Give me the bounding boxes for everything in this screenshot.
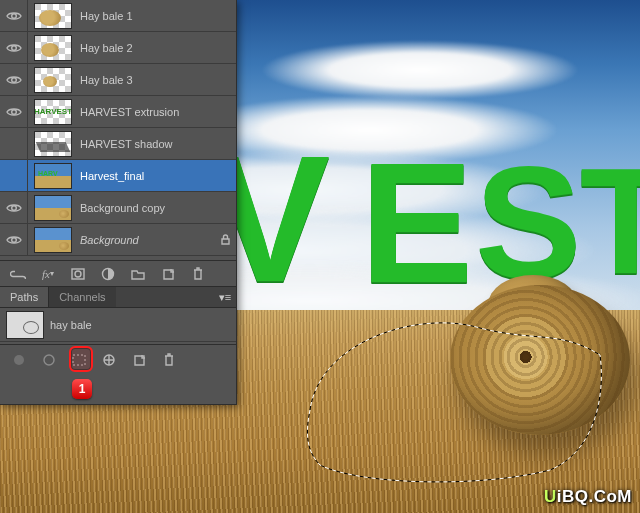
layer-thumbnail[interactable] [34,131,72,157]
callout-highlight [69,346,93,372]
add-mask-button[interactable] [70,266,86,282]
svg-point-7 [75,271,81,277]
new-group-button[interactable] [130,266,146,282]
visibility-toggle[interactable] [0,160,28,191]
cloud [260,40,580,100]
svg-point-10 [44,355,54,365]
layer-thumbnail[interactable] [34,35,72,61]
tab-channels[interactable]: Channels [49,287,115,307]
layer-thumbnail[interactable] [34,67,72,93]
eye-icon [6,234,22,246]
layer-row-harvest-shadow[interactable]: HARVEST shadow [0,128,236,160]
tab-paths[interactable]: Paths [0,287,49,307]
layer-thumbnail[interactable] [34,3,72,29]
panels: Hay bale 1 Hay bale 2 [0,0,237,405]
fx-button[interactable]: fx▾ [40,266,56,282]
letter-t: T [580,135,640,308]
layer-thumbnail[interactable] [34,195,72,221]
layer-name[interactable]: Hay bale 1 [76,10,236,22]
layer-row-hay-bale-3[interactable]: Hay bale 3 [0,64,236,96]
paths-panel[interactable]: hay bale [0,308,236,344]
layer-row-hay-bale-2[interactable]: Hay bale 2 [0,32,236,64]
eye-icon [6,74,22,86]
path-name[interactable]: hay bale [50,319,92,331]
layer-name[interactable]: HARVEST shadow [76,138,236,150]
visibility-toggle[interactable] [0,0,28,31]
eye-icon [6,42,22,54]
layer-row-harvest-final[interactable]: HARV Harvest_final [0,160,236,192]
layer-name[interactable]: Background [76,234,220,246]
layer-thumbnail[interactable] [34,227,72,253]
layer-name[interactable]: Hay bale 3 [76,74,236,86]
visibility-toggle[interactable] [0,32,28,63]
paths-footer: 1 [0,344,236,374]
layers-footer: fx▾ [0,260,236,286]
eye-icon [6,10,22,22]
svg-point-3 [11,109,16,114]
svg-point-2 [11,77,16,82]
panel-menu-button[interactable]: ▾≡ [214,291,236,304]
eye-icon [6,202,22,214]
layer-row-background-copy[interactable]: Background copy [0,192,236,224]
layer-name[interactable]: Harvest_final [76,170,236,182]
svg-point-0 [11,13,16,18]
new-path-button[interactable] [130,351,148,369]
layer-row-background[interactable]: Background [0,224,236,256]
layer-name[interactable]: Background copy [76,202,236,214]
link-layers-button[interactable] [10,266,26,282]
svg-point-9 [14,355,24,365]
watermark: UiBQ.CoM [544,487,632,507]
eye-icon [6,106,22,118]
path-row-hay-bale[interactable]: hay bale [0,308,236,342]
layer-thumbnail[interactable]: HARVEST [34,99,72,125]
layers-panel[interactable]: Hay bale 1 Hay bale 2 [0,0,236,260]
layer-thumbnail[interactable]: HARV [34,163,72,189]
layer-name[interactable]: Hay bale 2 [76,42,236,54]
hay-bale-front [450,285,630,435]
layer-row-harvest-extrusion[interactable]: HARVEST HARVEST extrusion [0,96,236,128]
layer-row-hay-bale-1[interactable]: Hay bale 1 [0,0,236,32]
path-thumbnail[interactable] [6,311,44,339]
lock-icon[interactable] [220,233,236,247]
visibility-toggle[interactable] [0,224,28,255]
letter-e: E [360,125,473,321]
delete-layer-button[interactable] [190,266,206,282]
svg-point-1 [11,45,16,50]
visibility-toggle[interactable] [0,64,28,95]
selection-to-path-button[interactable] [100,351,118,369]
svg-point-5 [11,237,16,242]
callout-badge: 1 [72,379,92,399]
visibility-toggle[interactable] [0,128,28,159]
visibility-toggle[interactable] [0,96,28,127]
panel-tabs: Paths Channels ▾≡ [0,286,236,308]
visibility-toggle[interactable] [0,192,28,223]
fill-path-button[interactable] [10,351,28,369]
svg-point-4 [11,205,16,210]
stroke-path-button[interactable] [40,351,58,369]
adjustment-layer-button[interactable] [100,266,116,282]
layer-name[interactable]: HARVEST extrusion [76,106,236,118]
delete-path-button[interactable] [160,351,178,369]
new-layer-button[interactable] [160,266,176,282]
